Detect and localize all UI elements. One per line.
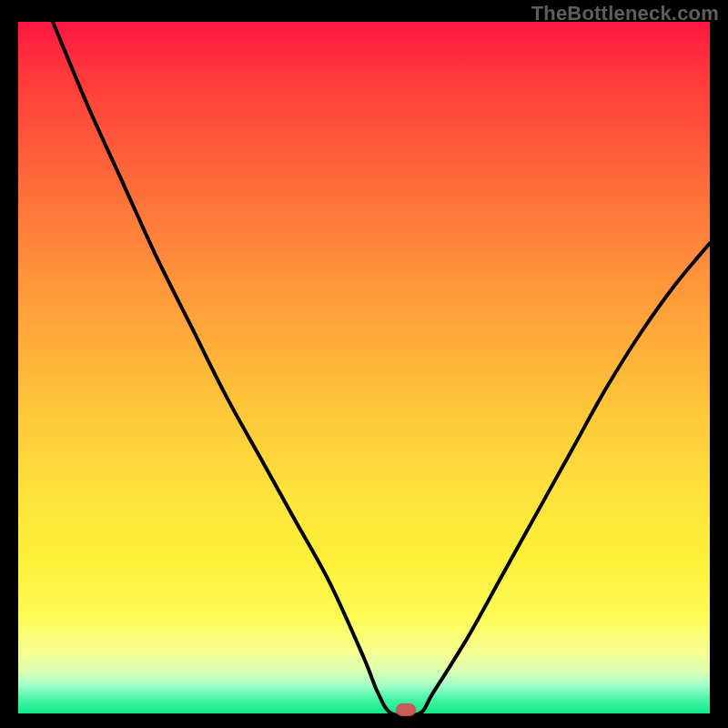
bottleneck-curve [18, 22, 710, 713]
optimal-point-marker [396, 703, 416, 716]
chart-frame: TheBottleneck.com [0, 0, 728, 728]
plot-area [18, 22, 710, 713]
watermark-text: TheBottleneck.com [531, 2, 719, 25]
curve-path [53, 22, 710, 713]
